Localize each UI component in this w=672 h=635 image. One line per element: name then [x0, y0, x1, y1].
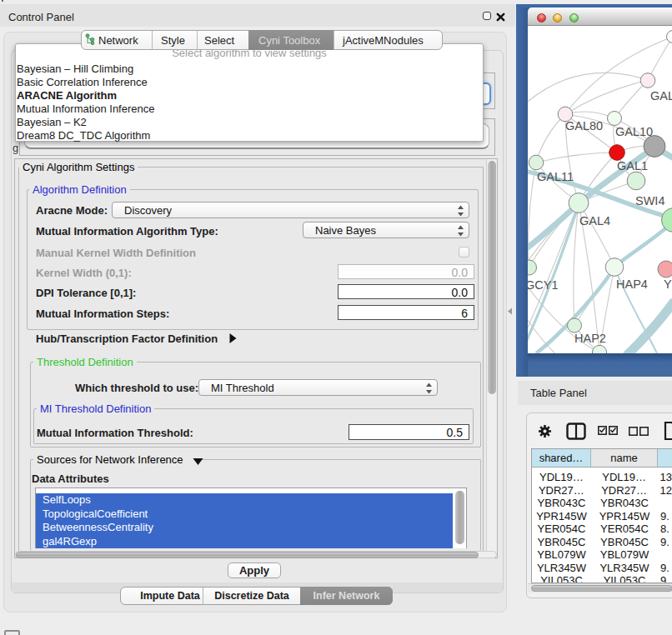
- svg-text:SWI4: SWI4: [635, 194, 664, 208]
- svg-text:GAL1: GAL1: [617, 159, 648, 172]
- svg-text:GAL80: GAL80: [565, 119, 603, 132]
- svg-text:GAL10: GAL10: [615, 125, 653, 138]
- svg-text:HAP4: HAP4: [616, 278, 648, 291]
- svg-text:GCY1: GCY1: [528, 278, 559, 292]
- svg-text:HAP2: HAP2: [574, 332, 606, 345]
- svg-text:GAL2: GAL2: [650, 89, 672, 102]
- svg-text:Y: Y: [664, 278, 672, 291]
- svg-text:GAL11: GAL11: [537, 170, 574, 183]
- svg-text:GAL4: GAL4: [579, 214, 610, 228]
